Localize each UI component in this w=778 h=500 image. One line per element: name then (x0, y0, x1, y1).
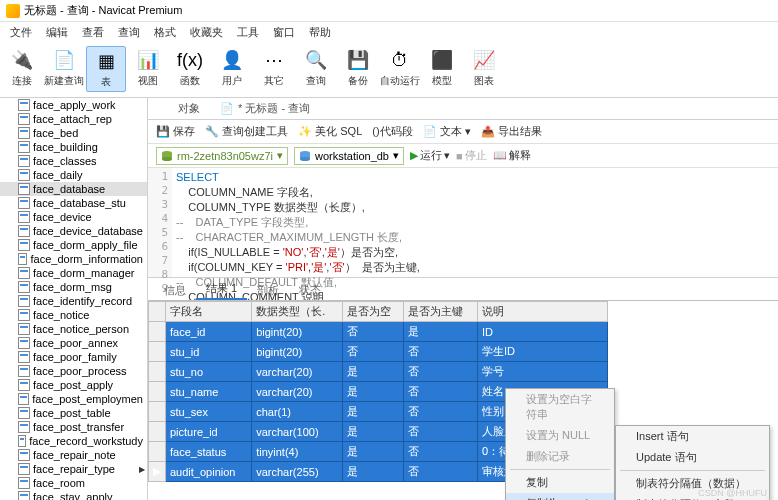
tree-item[interactable]: face_repair_type (0, 462, 147, 476)
table-icon (18, 379, 30, 391)
tree-item[interactable]: face_classes (0, 154, 147, 168)
tree-item[interactable]: face_device_database (0, 224, 147, 238)
sidebar-tree[interactable]: face_apply_workface_attach_repface_bedfa… (0, 98, 148, 500)
tab-info[interactable]: 信息 (154, 281, 196, 300)
table-icon (18, 169, 30, 181)
查询-icon: 🔍 (304, 48, 328, 72)
备份-icon: 💾 (346, 48, 370, 72)
图表-icon: 📈 (472, 48, 496, 72)
tree-item[interactable]: face_database (0, 182, 147, 196)
tree-item[interactable]: face_building (0, 140, 147, 154)
menu-tools[interactable]: 工具 (237, 25, 259, 40)
toolbar-视图[interactable]: 📊视图 (128, 46, 168, 90)
tree-item[interactable]: face_dorm_information (0, 252, 147, 266)
query-toolbar: 💾 保存 🔧 查询创建工具 ✨ 美化 SQL ()代码段 📄 文本 ▾ 📤 导出… (148, 120, 778, 144)
run-button[interactable]: ▶ 运行 ▾ (410, 148, 450, 163)
tree-item[interactable]: face_poor_family (0, 350, 147, 364)
ctx-item[interactable]: 复制为▶ (506, 493, 614, 500)
table-icon (18, 211, 30, 223)
table-icon (18, 449, 30, 461)
toolbar-图表[interactable]: 📈图表 (464, 46, 504, 90)
builder-button[interactable]: 🔧 查询创建工具 (205, 124, 288, 139)
menu-fav[interactable]: 收藏夹 (190, 25, 223, 40)
toolbar-函数[interactable]: f(x)函数 (170, 46, 210, 90)
toolbar-备份[interactable]: 💾备份 (338, 46, 378, 90)
db-combo[interactable]: workstation_db ▾ (294, 147, 404, 165)
menu-format[interactable]: 格式 (154, 25, 176, 40)
menubar: 文件 编辑 查看 查询 格式 收藏夹 工具 窗口 帮助 (0, 22, 778, 42)
tab-result[interactable]: 结果 1 (196, 279, 247, 300)
titlebar: 无标题 - 查询 - Navicat Premium (0, 0, 778, 22)
explain-button[interactable]: 📖 解释 (493, 148, 531, 163)
tree-item[interactable]: face_post_transfer (0, 420, 147, 434)
tree-item[interactable]: face_stay_apply (0, 490, 147, 500)
table-icon (18, 225, 30, 237)
新建查询-icon: 📄 (52, 48, 76, 72)
export-button[interactable]: 📤 导出结果 (481, 124, 542, 139)
toolbar-用户[interactable]: 👤用户 (212, 46, 252, 90)
table-icon (18, 435, 26, 447)
ctx-item[interactable]: Insert 语句 (616, 426, 769, 447)
table-icon (18, 141, 30, 153)
tab-objects[interactable]: 对象 (178, 101, 200, 116)
tree-item[interactable]: face_apply_work (0, 98, 147, 112)
用户-icon: 👤 (220, 48, 244, 72)
toolbar-连接[interactable]: 🔌连接 (2, 46, 42, 90)
beautify-button[interactable]: ✨ 美化 SQL (298, 124, 362, 139)
tree-item[interactable]: face_poor_annex (0, 336, 147, 350)
tree-item[interactable]: face_bed (0, 126, 147, 140)
tree-item[interactable]: face_daily (0, 168, 147, 182)
tree-item[interactable]: face_dorm_apply_file (0, 238, 147, 252)
menu-edit[interactable]: 编辑 (46, 25, 68, 40)
sql-editor[interactable]: 123456789 SELECT COLUMN_NAME 字段名, COLUMN… (148, 168, 778, 278)
tree-item[interactable]: face_notice_person (0, 322, 147, 336)
table-icon (18, 477, 30, 489)
toolbar: 🔌连接📄新建查询▦表📊视图f(x)函数👤用户⋯其它🔍查询💾备份⏱自动运行⬛模型📈… (0, 42, 778, 98)
menu-view[interactable]: 查看 (82, 25, 104, 40)
toolbar-表[interactable]: ▦表 (86, 46, 126, 92)
toolbar-其它[interactable]: ⋯其它 (254, 46, 294, 90)
tree-item[interactable]: face_device (0, 210, 147, 224)
stop-button[interactable]: ■ 停止 (456, 148, 487, 163)
snippet-button[interactable]: ()代码段 (372, 124, 412, 139)
ctx-item: 删除记录 (506, 446, 614, 467)
toolbar-新建查询[interactable]: 📄新建查询 (44, 46, 84, 90)
tree-item[interactable]: face_post_apply (0, 378, 147, 392)
table-icon (18, 183, 30, 195)
tab-profile[interactable]: 剖析 (247, 281, 289, 300)
tab-query[interactable]: 📄 * 无标题 - 查询 (220, 101, 310, 116)
tree-item[interactable]: face_room (0, 476, 147, 490)
tree-item[interactable]: face_poor_process (0, 364, 147, 378)
tree-item[interactable]: face_notice (0, 308, 147, 322)
table-row[interactable]: face_idbigint(20)否是ID (149, 322, 608, 342)
ctx-item[interactable]: Update 语句 (616, 447, 769, 468)
result-tabs: 信息 结果 1 剖析 状态 (148, 278, 778, 300)
text-button[interactable]: 📄 文本 ▾ (423, 124, 471, 139)
server-combo[interactable]: rm-2zetn83n05wz7i ▾ (156, 147, 288, 165)
tab-status[interactable]: 状态 (289, 281, 331, 300)
tree-item[interactable]: face_post_table (0, 406, 147, 420)
menu-window[interactable]: 窗口 (273, 25, 295, 40)
table-row[interactable]: stu_novarchar(20)是否学号 (149, 362, 608, 382)
tree-item[interactable]: face_dorm_msg (0, 280, 147, 294)
tree-item[interactable]: face_repair_note (0, 448, 147, 462)
toolbar-模型[interactable]: ⬛模型 (422, 46, 462, 90)
tree-item[interactable]: face_identify_record (0, 294, 147, 308)
table-icon (18, 295, 30, 307)
menu-help[interactable]: 帮助 (309, 25, 331, 40)
视图-icon: 📊 (136, 48, 160, 72)
menu-query[interactable]: 查询 (118, 25, 140, 40)
toolbar-自动运行[interactable]: ⏱自动运行 (380, 46, 420, 90)
table-row[interactable]: stu_idbigint(20)否否学生ID (149, 342, 608, 362)
ctx-item[interactable]: 复制 (506, 472, 614, 493)
toolbar-查询[interactable]: 🔍查询 (296, 46, 336, 90)
tree-item[interactable]: face_post_employmen (0, 392, 147, 406)
tree-item[interactable]: face_dorm_manager (0, 266, 147, 280)
save-button[interactable]: 💾 保存 (156, 124, 195, 139)
tree-item[interactable]: face_record_workstudy (0, 434, 147, 448)
context-menu: 设置为空白字符串设置为 NULL删除记录复制复制为▶粘贴显示▶ (505, 388, 615, 500)
tree-item[interactable]: face_database_stu (0, 196, 147, 210)
table-icon (18, 421, 30, 433)
tree-item[interactable]: face_attach_rep (0, 112, 147, 126)
menu-file[interactable]: 文件 (10, 25, 32, 40)
